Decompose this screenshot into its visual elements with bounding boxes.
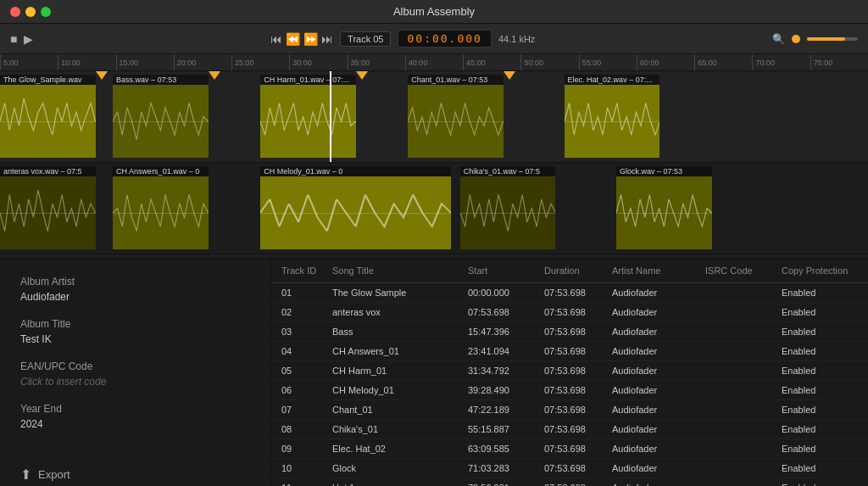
clip-1-3[interactable]: CH Harm_01.wav – 07:...: [260, 75, 356, 159]
cell-artist: Audiofader: [612, 307, 705, 317]
album-title-row: Album Title Test IK: [20, 318, 250, 345]
skip-forward-button[interactable]: ⏩: [303, 32, 318, 46]
track-area[interactable]: The Glow_Sample.wav Bass.wav – 07:53: [0, 71, 868, 258]
clip-1-5[interactable]: Elec. Hat_02.wav – 07:...: [565, 75, 660, 159]
cell-duration: 07:53.698: [544, 405, 612, 415]
close-button[interactable]: [10, 7, 20, 17]
cell-title: CH Harm_01: [332, 366, 468, 376]
ruler-mark: 30:00: [289, 54, 347, 71]
play-button[interactable]: ▶: [24, 32, 33, 46]
clip-waveform: [408, 85, 504, 158]
table-row[interactable]: 11 Hat 1 78:56.981 07:53.698 Audiofader …: [271, 478, 868, 486]
cell-protection: Enabled: [782, 346, 868, 356]
table-row[interactable]: 09 Elec. Hat_02 63:09.585 07:53.698 Audi…: [271, 439, 868, 459]
skip-back-start-button[interactable]: ⏮: [270, 32, 282, 46]
ean-value[interactable]: Click to insert code: [20, 376, 250, 388]
table-row[interactable]: 05 CH Harm_01 31:34.792 07:53.698 Audiof…: [271, 361, 868, 381]
clip-2-1[interactable]: anteras vox.wav – 07:5: [0, 166, 96, 251]
ruler-mark: 60:00: [637, 54, 694, 71]
clip-1-1[interactable]: The Glow_Sample.wav: [0, 75, 96, 159]
skip-back-button[interactable]: ⏪: [286, 32, 300, 46]
track-row-2[interactable]: anteras vox.wav – 07:5 CH Answers_01.wav…: [0, 163, 868, 254]
skip-forward-end-button[interactable]: ⏭: [321, 32, 333, 46]
playhead[interactable]: [330, 71, 331, 162]
table-row[interactable]: 06 CH Melody_01 39:28.490 07:53.698 Audi…: [271, 381, 868, 400]
clip-label: Glock.wav – 07:53: [616, 166, 712, 176]
clip-waveform: [260, 176, 451, 249]
clip-label: CH Answers_01.wav – 0: [113, 166, 209, 176]
clip-label: Bass.wav – 07:53: [113, 75, 209, 85]
clip-2-5[interactable]: Glock.wav – 07:53: [616, 166, 712, 251]
minimize-button[interactable]: [25, 7, 36, 17]
table-row[interactable]: 10 Glock 71:03.283 07:53.698 Audiofader …: [271, 459, 868, 478]
tracklist-panel[interactable]: Track ID Song Title Start Duration Artis…: [271, 259, 868, 486]
clip-2-4[interactable]: Chika's_01.wav – 07:5: [460, 166, 556, 251]
export-label: Export: [38, 468, 70, 481]
clip-2-2[interactable]: CH Answers_01.wav – 0: [113, 166, 209, 251]
cell-isrc: [705, 424, 782, 434]
playback-controls: ■ ▶: [10, 32, 33, 46]
header-duration: Duration: [544, 265, 612, 276]
cell-title: Bass: [332, 327, 468, 337]
metadata-panel: Album Artist Audiofader Album Title Test…: [0, 259, 271, 486]
volume-slider[interactable]: [807, 37, 858, 41]
cell-start: 71:03.283: [468, 463, 544, 473]
ruler-mark: 10:00: [58, 54, 115, 71]
cell-isrc: [705, 327, 782, 337]
ean-label: EAN/UPC Code: [20, 360, 250, 372]
cell-protection: Enabled: [782, 327, 868, 337]
ruler-mark: 15:00: [116, 54, 174, 71]
cell-id: 06: [281, 385, 332, 395]
cell-artist: Audiofader: [612, 346, 705, 356]
table-row[interactable]: 01 The Glow Sample 00:00.000 07:53.698 A…: [271, 283, 868, 303]
cell-start: 15:47.396: [468, 327, 544, 337]
cell-protection: Enabled: [782, 463, 868, 473]
table-row[interactable]: 08 Chika's_01 55:15.887 07:53.698 Audiof…: [271, 420, 868, 439]
album-artist-value[interactable]: Audiofader: [20, 291, 250, 303]
table-row[interactable]: 03 Bass 15:47.396 07:53.698 Audiofader E…: [271, 322, 868, 342]
cell-artist: Audiofader: [612, 424, 705, 434]
ruler-mark: 50:00: [520, 54, 578, 71]
cell-title: anteras vox: [332, 307, 468, 317]
cell-artist: Audiofader: [612, 405, 705, 415]
window-controls: [10, 7, 51, 17]
clip-1-2[interactable]: Bass.wav – 07:53: [113, 75, 209, 159]
cell-duration: 07:53.698: [544, 483, 612, 486]
ruler-mark: 70:00: [752, 54, 810, 71]
clip-waveform: [0, 176, 96, 249]
clip-waveform: [113, 176, 209, 249]
clip-1-4[interactable]: Chant_01.wav – 07:53: [408, 75, 504, 159]
cell-duration: 07:53.698: [544, 327, 612, 337]
clip-2-3[interactable]: CH Melody_01.wav – 0: [260, 166, 451, 251]
skip-controls: ⏮ ⏪ ⏩ ⏭: [270, 32, 333, 46]
table-row[interactable]: 07 Chant_01 47:22.189 07:53.698 Audiofad…: [271, 400, 868, 420]
cell-isrc: [705, 444, 782, 454]
cell-duration: 07:53.698: [544, 385, 612, 395]
cell-duration: 07:53.698: [544, 444, 612, 454]
volume-indicator: [792, 35, 800, 43]
year-value[interactable]: 2024: [20, 418, 250, 430]
waveform-container[interactable]: The Glow_Sample.wav Bass.wav – 07:53: [0, 71, 868, 258]
export-button[interactable]: ⬆ Export: [20, 463, 250, 486]
search-icon[interactable]: 🔍: [772, 33, 785, 45]
cell-title: Glock: [332, 463, 468, 473]
timecode-display: 00:00.000: [398, 30, 491, 47]
table-row[interactable]: 04 CH Answers_01 23:41.094 07:53.698 Aud…: [271, 342, 868, 361]
album-artist-row: Album Artist Audiofader: [20, 276, 250, 303]
track-row-1[interactable]: The Glow_Sample.wav Bass.wav – 07:53: [0, 71, 868, 163]
export-icon: ⬆: [20, 466, 31, 483]
ruler-marks: 5:00 10:00 15:00 20:00 25:00 30:00 35:00…: [0, 54, 868, 71]
year-row: Year End 2024: [20, 403, 250, 430]
cell-id: 01: [281, 288, 332, 298]
clip-waveform: [260, 85, 356, 158]
cell-start: 23:41.094: [468, 346, 544, 356]
cell-title: Hat 1: [332, 483, 468, 486]
track-label: Track 05: [340, 31, 391, 47]
clip-waveform: [0, 85, 96, 158]
table-row[interactable]: 02 anteras vox 07:53.698 07:53.698 Audio…: [271, 303, 868, 322]
cell-id: 09: [281, 444, 332, 454]
timeline-ruler[interactable]: 5:00 10:00 15:00 20:00 25:00 30:00 35:00…: [0, 54, 868, 71]
maximize-button[interactable]: [41, 7, 51, 17]
stop-button[interactable]: ■: [10, 32, 17, 46]
album-title-value[interactable]: Test IK: [20, 333, 250, 345]
